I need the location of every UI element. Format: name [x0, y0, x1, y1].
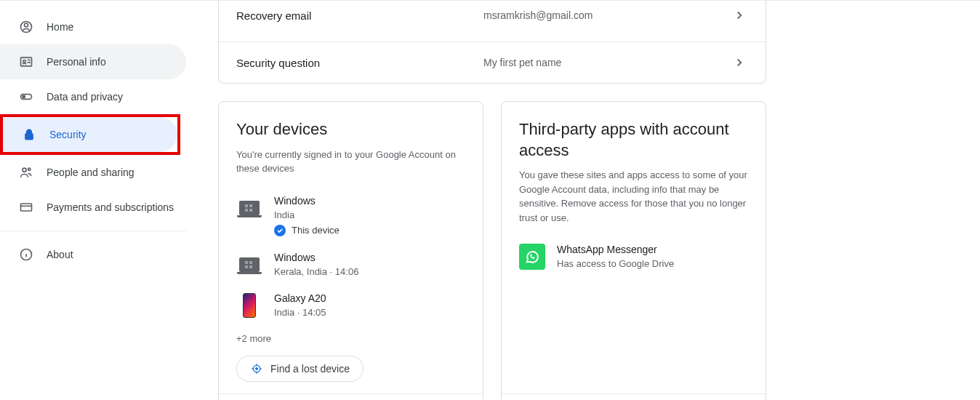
locate-icon [250, 362, 263, 375]
sidebar-item-people-sharing[interactable]: People and sharing [0, 155, 186, 190]
sidebar-item-about[interactable]: About [0, 237, 186, 272]
recovery-card: Recovery email msramkrish@gmail.com Secu… [218, 1, 766, 84]
sidebar-item-label: Security [49, 129, 87, 140]
device-name: Windows [274, 195, 340, 207]
security-question-value: My first pet name [483, 57, 731, 68]
svg-point-7 [23, 168, 26, 172]
third-party-card: Third-party apps with account access You… [501, 101, 766, 400]
svg-point-3 [23, 60, 25, 63]
device-location: Kerala, India · 14:06 [274, 266, 358, 277]
sidebar-item-label: People and sharing [47, 167, 134, 178]
device-item[interactable]: Windows India This device [236, 188, 465, 244]
device-location: India [274, 209, 340, 220]
third-party-subtitle: You gave these sites and apps access to … [519, 168, 748, 225]
laptop-icon [236, 195, 262, 221]
toggle-icon [17, 88, 35, 105]
devices-more-count[interactable]: +2 more [236, 333, 465, 344]
sidebar-item-label: Personal info [47, 56, 106, 68]
sidebar: Home Personal info Data and privacy [0, 1, 186, 400]
sidebar-item-personal-info[interactable]: Personal info [0, 44, 186, 79]
chevron-right-icon [731, 7, 748, 24]
sidebar-item-security-highlight: Security [0, 114, 180, 155]
third-party-title: Third-party apps with account access [519, 119, 748, 161]
svg-rect-9 [21, 204, 32, 211]
whatsapp-icon [519, 244, 545, 270]
your-devices-title: Your devices [236, 119, 465, 140]
sidebar-item-label: Data and privacy [47, 91, 123, 103]
device-item[interactable]: Windows Kerala, India · 14:06 [236, 244, 465, 285]
sidebar-item-label: Home [47, 21, 73, 33]
devices-card-footer: Manage devices [219, 393, 483, 400]
sidebar-item-payments[interactable]: Payments and subscriptions [0, 190, 186, 225]
id-card-icon [17, 53, 35, 71]
sidebar-item-security[interactable]: Security [3, 117, 177, 152]
third-party-card-footer: Manage third-party access [502, 393, 766, 400]
laptop-icon [236, 252, 262, 278]
svg-point-12 [256, 367, 258, 369]
credit-card-icon [17, 199, 35, 216]
svg-point-5 [23, 95, 25, 97]
svg-point-1 [25, 23, 28, 27]
app-access: Has access to Google Drive [557, 258, 674, 269]
security-question-label: Security question [236, 57, 483, 69]
this-device-indicator: This device [274, 225, 340, 236]
chevron-right-icon [731, 54, 748, 71]
info-icon [17, 246, 35, 263]
recovery-email-label: Recovery email [236, 9, 483, 22]
sidebar-item-label: Payments and subscriptions [47, 201, 174, 213]
svg-point-8 [28, 168, 31, 170]
device-location: India · 14:05 [274, 307, 326, 318]
app-item[interactable]: WhatsApp Messenger Has access to Google … [519, 236, 748, 277]
device-name: Galaxy A20 [274, 292, 326, 304]
svg-rect-6 [25, 134, 33, 140]
check-circle-icon [274, 225, 286, 236]
account-circle-icon [17, 18, 35, 36]
find-lost-device-label: Find a lost device [270, 363, 350, 375]
sidebar-item-data-privacy[interactable]: Data and privacy [0, 79, 186, 114]
phone-icon [236, 292, 262, 319]
main-content: Recovery email msramkrish@gmail.com Secu… [186, 1, 980, 400]
your-devices-card: Your devices You're currently signed in … [218, 101, 483, 400]
security-question-row[interactable]: Security question My first pet name [219, 41, 766, 83]
this-device-label: This device [292, 225, 340, 236]
your-devices-subtitle: You're currently signed in to your Googl… [236, 148, 465, 176]
lock-icon [20, 126, 38, 143]
app-name: WhatsApp Messenger [557, 244, 674, 255]
sidebar-divider [0, 231, 186, 231]
sidebar-item-label: About [47, 249, 73, 260]
sidebar-item-home[interactable]: Home [0, 9, 186, 44]
people-icon [17, 164, 35, 181]
device-name: Windows [274, 252, 358, 263]
recovery-email-value: msramkrish@gmail.com [483, 9, 731, 21]
find-lost-device-button[interactable]: Find a lost device [236, 356, 364, 382]
recovery-email-row[interactable]: Recovery email msramkrish@gmail.com [219, 1, 766, 41]
device-item[interactable]: Galaxy A20 India · 14:05 [236, 285, 465, 326]
